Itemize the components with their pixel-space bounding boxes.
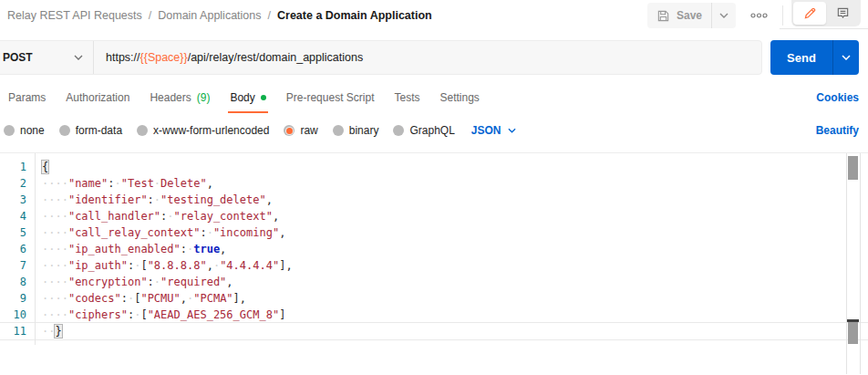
request-tabs: ParamsAuthorizationHeaders(9)BodyPre-req… [0,82,859,113]
send-options-button[interactable] [832,40,859,75]
code-content: ····"identifier":·"testing_delete", [36,192,273,208]
radio-label: GraphQL [409,124,454,137]
chevron-down-icon [719,13,728,18]
radio-button [137,125,148,136]
body-type-x-www-form-urlencoded[interactable]: x-www-form-urlencoded [129,124,276,137]
code-line: 7····"ip_auth":·["8.8.8.8",·"4.4.4.4"], [0,257,868,274]
code-line: 6····"ip_auth_enabled":·true, [0,241,868,257]
header-divider [782,5,783,26]
url-variable: {{Space}} [140,51,188,64]
whitespace-dots: ···· [42,177,68,190]
code-token: , [207,259,213,272]
code-token: [ [140,308,147,321]
url-input[interactable]: https://{{Space}}/api/relay/rest/domain_… [94,41,761,74]
method-select[interactable]: POST [0,41,94,74]
breadcrumb-item[interactable]: Create a Domain Application [277,9,432,22]
line-number: 11 [0,323,36,339]
radio-label: form-data [76,124,122,137]
tab-params[interactable]: Params [0,82,56,113]
code-token: "call_handler" [68,210,160,223]
code-token: true [193,243,220,255]
scrollbar-thumb[interactable] [848,156,858,180]
code-token: "identifier" [68,193,148,206]
tab-label: Authorization [66,91,129,104]
code-token: ], [279,259,292,272]
body-type-raw[interactable]: raw [276,124,325,137]
breadcrumb-separator: / [149,9,151,22]
whitespace-dots: · [115,177,121,190]
radio-button [284,125,294,136]
chevron-down-icon [508,128,516,133]
tab-authorization[interactable]: Authorization [56,82,140,113]
send-button-group: Send [770,40,859,75]
radio-button [4,125,15,136]
whitespace-dots: ·· [42,325,55,338]
whitespace-dots: · [154,276,160,288]
radio-button [393,125,404,136]
line-number: 6 [0,241,36,257]
code-token: "encryption" [68,276,148,288]
more-options-button[interactable] [744,3,774,28]
save-options-button[interactable] [711,3,736,28]
tab-label: Pre-request Script [286,91,375,104]
line-number: 4 [0,208,36,224]
tab-body[interactable]: Body [220,82,275,113]
tab-label: Headers [150,91,191,104]
comments-button[interactable] [826,2,859,25]
tab-pre-request-script[interactable]: Pre-request Script [276,82,385,113]
send-button[interactable]: Send [770,40,832,75]
body-type-graphql[interactable]: GraphQL [386,124,461,137]
breadcrumb-item[interactable]: Relay REST API Requests [7,9,142,22]
url-prefix: https:// [106,51,140,64]
code-token: "8.8.8.8" [148,259,207,272]
code-content: ····"ip_auth":·["8.8.8.8",·"4.4.4.4"], [36,257,293,274]
code-line: 4····"call_handler":·"relay_context", [0,208,868,224]
save-button-label: Save [677,9,702,22]
whitespace-dots: ···· [42,243,68,255]
code-content: ····"ciphers":·["AEAD_AES_256_GCM_8"] [36,307,285,323]
code-content: ····"call_handler":·"relay_context", [36,208,279,224]
beautify-link[interactable]: Beautify [816,124,859,137]
cookies-link[interactable]: Cookies [816,91,859,104]
whitespace-dots: · [167,210,173,223]
whitespace-dots: · [154,177,160,190]
body-editor[interactable]: 1{2····"name":·"Test·Delete",3····"ident… [0,152,868,374]
code-line: 11··} [0,323,868,339]
code-token: "ip_auth_enabled" [68,243,181,255]
line-number: 10 [0,307,36,323]
breadcrumb-item[interactable]: Domain Applications [158,9,261,22]
save-button[interactable]: Save [647,3,711,28]
edit-pencil-icon [803,6,817,20]
whitespace-dots: ···· [42,292,68,305]
code-content: ····"name":·"Test·Delete", [36,175,213,192]
tab-headers[interactable]: Headers(9) [140,82,220,113]
code-token: { [42,161,48,173]
radio-label: raw [300,124,317,137]
tab-modified-dot [261,95,266,100]
chevron-down-icon [842,55,851,60]
code-content: ····"call_relay_context":·"incoming", [36,224,285,241]
scrollbar-track-right-edge [860,153,861,374]
code-line: 5····"call_relay_context":·"incoming", [0,224,868,241]
code-token: [ [140,259,147,272]
code-token: ], [233,292,246,305]
code-content: ····"ip_auth_enabled":·true, [36,241,226,257]
line-number: 8 [0,274,36,290]
code-token: , [226,276,232,288]
radio-label: x-www-form-urlencoded [153,124,269,137]
whitespace-dots: ···· [42,276,68,288]
body-type-none[interactable]: none [0,124,52,137]
body-type-binary[interactable]: binary [326,124,387,137]
language-select[interactable]: JSON [462,124,525,137]
edit-mode-button[interactable] [793,2,826,25]
line-number: 2 [0,175,36,192]
whitespace-dots: · [154,193,160,206]
scrollbar-thumb-lower[interactable] [848,322,858,344]
tab-tests[interactable]: Tests [384,82,429,113]
tab-settings[interactable]: Settings [430,82,490,113]
whitespace-dots: ···· [42,193,68,206]
request-bar: POST https://{{Space}}/api/relay/rest/do… [0,40,859,75]
url-path: /api/relay/rest/domain_applications [188,51,363,64]
editor-lines: 1{2····"name":·"Test·Delete",3····"ident… [0,153,868,345]
body-type-form-data[interactable]: form-data [52,124,129,137]
